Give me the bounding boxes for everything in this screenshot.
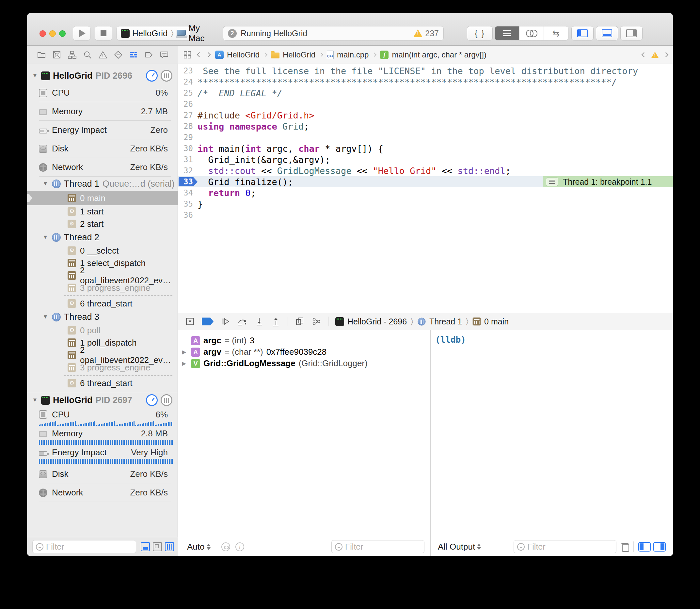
stack-frame-row[interactable]: 2 opal_libevent2022_ev… <box>27 269 177 282</box>
standard-editor-button[interactable] <box>495 27 519 40</box>
code-line[interactable]: 35} <box>178 198 673 210</box>
line-number[interactable]: 29 <box>178 133 193 142</box>
breadcrumb-process[interactable]: HelloGrid - 2696 <box>347 317 407 326</box>
line-number[interactable]: 23 <box>178 66 193 75</box>
stack-frame-row[interactable]: 2 opal_libevent2022_ev… <box>27 349 177 361</box>
info-icon[interactable]: i <box>235 542 244 551</box>
stop-button[interactable] <box>95 26 112 40</box>
gauge-row-energy-impact[interactable]: Energy ImpactVery High <box>27 446 177 459</box>
gauge-row-disk[interactable]: DiskZero KB/s <box>27 139 177 158</box>
line-number[interactable]: 25 <box>178 88 193 98</box>
code-line[interactable]: 36 <box>178 210 673 221</box>
code-line[interactable]: 23 See the full license in the file "LIC… <box>178 65 673 76</box>
filter-view-mode-icon[interactable] <box>153 542 162 551</box>
variable-row[interactable]: ▶VGrid::GridLogMessage(Grid::GridLogger) <box>178 358 430 369</box>
find-navigator-icon[interactable] <box>83 50 92 59</box>
jumpbar-file[interactable]: main.cpp <box>337 50 369 59</box>
toggle-inspector-button[interactable] <box>620 26 643 40</box>
stack-frame-row[interactable]: 3 progress_engine <box>27 282 177 294</box>
variables-scope-dropdown[interactable]: Auto <box>187 542 210 552</box>
debug-view-hierarchy-button[interactable] <box>295 317 305 326</box>
breadcrumb-frame[interactable]: 0 main <box>484 317 509 326</box>
line-number[interactable]: 24 <box>178 77 193 86</box>
previous-issue-button[interactable] <box>642 52 647 57</box>
assistant-editor-button[interactable] <box>519 27 544 40</box>
stack-frame-row[interactable]: ⚙0 __select <box>27 244 177 257</box>
gauge-row-energy-impact[interactable]: Energy ImpactZero <box>27 121 177 139</box>
step-out-button[interactable] <box>271 317 281 326</box>
jumpbar-group[interactable]: HelloGrid <box>283 50 315 59</box>
disclosure-triangle-icon[interactable]: ▶ <box>181 360 188 366</box>
gauge-row-memory[interactable]: Memory2.7 MB <box>27 102 177 121</box>
close-window-button[interactable] <box>39 30 46 37</box>
warning-icon[interactable] <box>413 29 423 37</box>
stack-frame-row[interactable]: ⚙0 poll <box>27 324 177 336</box>
forward-button[interactable] <box>206 52 211 57</box>
variable-row[interactable]: Aargc= (int)3 <box>178 335 430 346</box>
scheme-selector[interactable]: HelloGrid 〉 My Mac <box>117 26 190 40</box>
code-line[interactable]: 32 std::cout << GridLogMessage << "Hello… <box>178 165 673 176</box>
code-line[interactable]: 33 Grid_finalize();Thread 1: breakpoint … <box>178 176 673 187</box>
line-number[interactable]: 36 <box>178 210 193 220</box>
jumpbar-project[interactable]: HelloGrid <box>227 50 259 59</box>
zoom-window-button[interactable] <box>59 30 66 37</box>
toggle-debug-area-button[interactable] <box>596 26 618 40</box>
code-line[interactable]: 29 <box>178 132 673 143</box>
jumpbar-symbol[interactable]: main(int argc, char * argv[]) <box>392 50 486 59</box>
debug-navigator-icon[interactable] <box>129 50 138 59</box>
disclosure-triangle-icon[interactable]: ▼ <box>42 234 49 241</box>
performance-gauge-button[interactable] <box>146 70 158 82</box>
line-number[interactable]: 34 <box>178 188 193 197</box>
annotation-menu-icon[interactable] <box>546 177 558 186</box>
stack-frame-row[interactable]: 3 progress_engine <box>27 361 177 374</box>
gauge-row-memory[interactable]: Memory2.8 MB <box>27 427 177 440</box>
clear-console-button[interactable] <box>621 542 629 551</box>
pause-columns-button[interactable] <box>160 394 172 406</box>
filter-stack-frames-icon[interactable] <box>165 542 174 551</box>
gauge-row-network[interactable]: NetworkZero KB/s <box>27 483 177 502</box>
thread-row[interactable]: ▼Thread 3 <box>27 310 177 324</box>
line-number[interactable]: 32 <box>178 166 193 175</box>
toggle-navigator-button[interactable] <box>571 26 594 40</box>
process-row[interactable]: ▼HelloGridPID 2697 <box>27 392 177 408</box>
code-line[interactable]: 24**************************************… <box>178 76 673 87</box>
thread-row[interactable]: ▼Thread 1 Queue:…d (serial) <box>27 177 177 191</box>
disclosure-triangle-icon[interactable]: ▼ <box>42 180 49 187</box>
line-number[interactable]: 31 <box>178 155 193 164</box>
code-review-button[interactable]: { } <box>467 26 493 40</box>
hide-debug-area-button[interactable] <box>185 317 195 326</box>
step-over-button[interactable] <box>237 317 247 326</box>
code-line[interactable]: 27#include <Grid/Grid.h> <box>178 110 673 121</box>
warning-icon[interactable] <box>651 52 659 58</box>
line-number[interactable]: 26 <box>178 100 193 109</box>
debug-memory-graph-button[interactable] <box>311 317 321 326</box>
variable-row[interactable]: ▶Aargv= (char **)0x7ffee9039c28 <box>178 346 430 358</box>
stack-frame-row[interactable]: ⚙2 start <box>27 218 177 230</box>
project-navigator-icon[interactable] <box>37 50 46 59</box>
back-button[interactable] <box>197 52 202 57</box>
next-issue-button[interactable] <box>663 52 669 57</box>
issue-navigator-icon[interactable] <box>98 50 107 59</box>
thread-row[interactable]: ▼Thread 2 <box>27 230 177 244</box>
gauge-row-network[interactable]: NetworkZero KB/s <box>27 158 177 177</box>
line-number[interactable]: 30 <box>178 144 193 153</box>
variables-filter-field[interactable]: ≡ Filter <box>331 540 424 553</box>
line-number[interactable]: 33 <box>178 177 193 186</box>
stack-frame-row[interactable]: ⚙1 start <box>27 205 177 218</box>
related-items-icon[interactable] <box>183 51 192 59</box>
show-console-button[interactable] <box>653 542 666 552</box>
line-number[interactable]: 35 <box>178 199 193 209</box>
test-navigator-icon[interactable] <box>114 50 123 59</box>
symbol-navigator-icon[interactable] <box>68 50 77 59</box>
performance-gauge-button[interactable] <box>146 394 158 406</box>
console-output-dropdown[interactable]: All Output <box>438 542 481 552</box>
continue-button[interactable] <box>220 317 230 326</box>
run-button[interactable] <box>73 26 90 40</box>
process-row[interactable]: ▼HelloGridPID 2696 <box>27 68 177 84</box>
line-number[interactable]: 28 <box>178 122 193 131</box>
console-view[interactable]: (lldb) <box>430 330 673 537</box>
disclosure-triangle-icon[interactable]: ▼ <box>42 314 49 320</box>
disclosure-triangle-icon[interactable]: ▶ <box>181 349 188 355</box>
step-into-button[interactable] <box>254 317 264 326</box>
quick-look-icon[interactable] <box>221 542 230 551</box>
